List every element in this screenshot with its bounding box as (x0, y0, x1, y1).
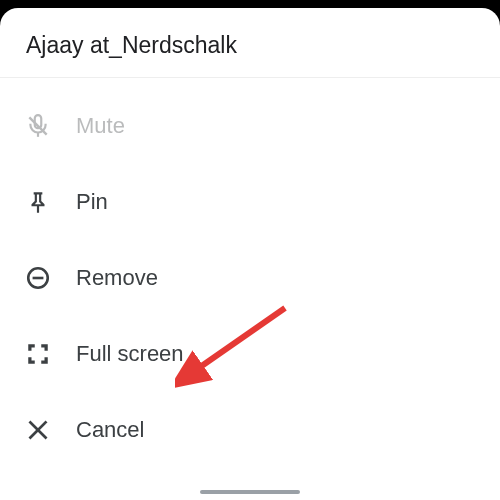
context-menu: Mute Pin Remove (0, 78, 500, 468)
remove-item[interactable]: Remove (0, 240, 500, 316)
mute-icon (22, 110, 54, 142)
home-indicator (200, 490, 300, 494)
remove-icon (22, 262, 54, 294)
cancel-item[interactable]: Cancel (0, 392, 500, 468)
bottom-sheet: Ajaay at_Nerdschalk Mute Pin (0, 8, 500, 500)
sheet-header: Ajaay at_Nerdschalk (0, 8, 500, 78)
fullscreen-icon (22, 338, 54, 370)
mute-label: Mute (76, 113, 125, 139)
fullscreen-label: Full screen (76, 341, 184, 367)
pin-label: Pin (76, 189, 108, 215)
participant-name: Ajaay at_Nerdschalk (26, 32, 474, 59)
pin-icon (22, 186, 54, 218)
mute-item: Mute (0, 88, 500, 164)
close-icon (22, 414, 54, 446)
pin-item[interactable]: Pin (0, 164, 500, 240)
fullscreen-item[interactable]: Full screen (0, 316, 500, 392)
remove-label: Remove (76, 265, 158, 291)
cancel-label: Cancel (76, 417, 144, 443)
